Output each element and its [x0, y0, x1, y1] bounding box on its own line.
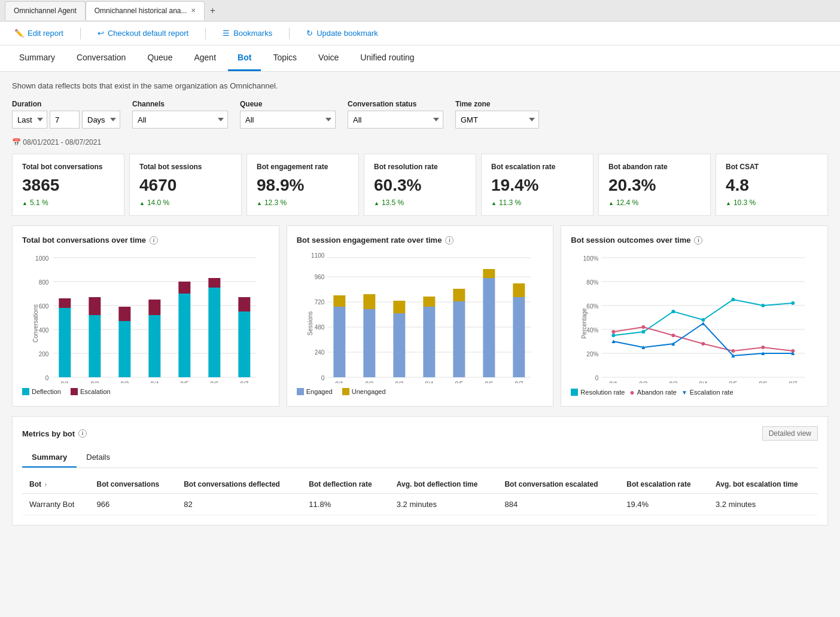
- chart-svg-area: 0 240 480 720 960 1100 Sessions: [297, 252, 544, 383]
- svg-text:600: 600: [39, 303, 49, 310]
- tab-summary[interactable]: Summary: [10, 45, 65, 71]
- svg-text:0: 0: [45, 375, 49, 381]
- kpi-total-bot-conversations: Total bot conversations 3865 5.1 %: [12, 154, 124, 216]
- checkout-report-button[interactable]: ↩ Checkout default report: [93, 26, 193, 40]
- legend-engaged: Engaged: [297, 388, 333, 395]
- svg-text:8/4: 8/4: [425, 381, 433, 383]
- tab-voice[interactable]: Voice: [309, 45, 348, 71]
- tab-label: Omnichannel Agent: [14, 7, 77, 15]
- tab-topics[interactable]: Topics: [263, 45, 306, 71]
- legend-unengaged: Unengaged: [342, 388, 386, 395]
- col-avg-deflection-time[interactable]: Avg. bot deflection time: [389, 475, 498, 494]
- tab-bot[interactable]: Bot: [228, 45, 261, 71]
- queue-select[interactable]: All: [240, 111, 336, 129]
- resolution-label: Resolution rate: [580, 389, 625, 396]
- timezone-select[interactable]: GMT: [455, 111, 539, 129]
- tab-agent[interactable]: Agent: [184, 45, 226, 71]
- col-escalation-rate[interactable]: Bot escalation rate: [619, 475, 708, 494]
- chart-title: Bot session engagement rate over time i: [297, 236, 544, 245]
- edit-report-button[interactable]: ✏️ Edit report: [10, 26, 68, 40]
- svg-text:8/4: 8/4: [699, 381, 708, 383]
- close-icon[interactable]: ✕: [191, 7, 196, 14]
- info-icon[interactable]: i: [150, 236, 158, 245]
- col-deflection-rate[interactable]: Bot deflection rate: [302, 475, 389, 494]
- tab-queue[interactable]: Queue: [138, 45, 182, 71]
- svg-text:8/5: 8/5: [729, 381, 738, 383]
- svg-rect-16: [89, 297, 101, 315]
- svg-text:8/6: 8/6: [210, 381, 218, 383]
- metrics-sub-tabs: Summary Details: [22, 448, 818, 468]
- svg-rect-14: [59, 298, 71, 308]
- svg-point-90: [612, 330, 616, 334]
- col-bot[interactable]: Bot ↑: [22, 475, 90, 494]
- svg-text:480: 480: [314, 324, 324, 331]
- tab-unified-routing[interactable]: Unified routing: [351, 45, 424, 71]
- chart-svg-area: 0 20% 40% 60% 80% 100% Percentage: [571, 252, 818, 383]
- svg-text:240: 240: [314, 349, 324, 356]
- svg-text:400: 400: [39, 327, 49, 334]
- conv-status-select[interactable]: All: [348, 111, 443, 129]
- kpi-value: 20.3%: [608, 176, 701, 195]
- kpi-change: 13.5 %: [374, 198, 466, 207]
- trend-up-icon: [726, 198, 731, 207]
- svg-rect-59: [483, 269, 495, 278]
- metrics-table: Bot ↑ Bot conversations Bot conversation…: [22, 475, 818, 515]
- svg-text:8/2: 8/2: [90, 381, 99, 383]
- channels-select[interactable]: All: [132, 111, 228, 129]
- svg-text:8/6: 8/6: [485, 381, 493, 383]
- kpi-bot-engagement-rate: Bot engagement rate 98.9% 12.3 %: [246, 154, 359, 216]
- deflection-color: [22, 388, 29, 395]
- bar-chart-svg: 0 200 400 600 800 1000 Conversations: [22, 252, 269, 383]
- svg-text:8/3: 8/3: [120, 381, 129, 383]
- info-icon[interactable]: i: [445, 236, 454, 245]
- svg-point-86: [702, 318, 705, 322]
- sub-tab-summary[interactable]: Summary: [22, 448, 77, 468]
- kpi-title: Bot CSAT: [726, 163, 818, 171]
- svg-rect-22: [178, 282, 190, 294]
- sub-tab-details[interactable]: Details: [77, 448, 120, 468]
- info-icon[interactable]: i: [78, 429, 87, 438]
- svg-point-94: [732, 349, 735, 353]
- duration-value-input[interactable]: [50, 111, 80, 129]
- svg-text:8/1: 8/1: [60, 381, 69, 383]
- svg-point-83: [612, 334, 616, 337]
- trend-up-icon: [22, 198, 28, 207]
- tab-omnichannel-historical[interactable]: Omnichannel historical ana... ✕: [86, 1, 205, 20]
- bookmarks-button[interactable]: ☰ Bookmarks: [218, 26, 277, 40]
- col-avg-escalation-time[interactable]: Avg. bot escalation time: [708, 475, 818, 494]
- cell-avg-escalation-time: 3.2 minutes: [708, 494, 818, 515]
- svg-point-89: [792, 301, 795, 305]
- update-icon: ↻: [306, 29, 313, 38]
- svg-text:60%: 60%: [587, 303, 599, 310]
- edit-report-label: Edit report: [28, 29, 63, 38]
- svg-point-88: [762, 304, 765, 307]
- tab-conversation[interactable]: Conversation: [67, 45, 136, 71]
- svg-rect-48: [333, 307, 345, 377]
- info-icon[interactable]: i: [694, 236, 702, 245]
- kpi-title: Bot engagement rate: [257, 163, 349, 171]
- svg-text:8/3: 8/3: [669, 381, 678, 383]
- tab-omnichannel-agent[interactable]: Omnichannel Agent: [5, 1, 86, 20]
- checkout-report-label: Checkout default report: [108, 29, 188, 38]
- toolbar-divider-3: [289, 28, 290, 39]
- deflection-label: Deflection: [32, 388, 61, 395]
- legend-escalation: Escalation: [71, 388, 111, 395]
- update-bookmark-button[interactable]: ↻ Update bookmark: [302, 26, 383, 40]
- duration-unit-select[interactable]: Days: [82, 111, 120, 129]
- kpi-value: 3865: [22, 176, 114, 195]
- col-deflected[interactable]: Bot conversations deflected: [176, 475, 302, 494]
- col-escalated[interactable]: Bot conversation escalated: [497, 475, 619, 494]
- add-tab-button[interactable]: +: [205, 2, 221, 19]
- cell-bot-name: Warranty Bot: [22, 494, 90, 515]
- col-conversations[interactable]: Bot conversations: [90, 475, 177, 494]
- bar-chart-2-svg: 0 240 480 720 960 1100 Sessions: [297, 252, 544, 383]
- svg-rect-55: [423, 297, 435, 307]
- kpi-value: 4670: [139, 176, 232, 195]
- svg-rect-58: [483, 278, 495, 377]
- svg-rect-13: [59, 308, 71, 377]
- conv-status-label: Conversation status: [348, 100, 443, 108]
- svg-rect-50: [363, 309, 375, 377]
- trend-up-icon: [491, 198, 497, 207]
- detailed-view-button[interactable]: Detailed view: [762, 426, 818, 441]
- duration-type-select[interactable]: Last: [12, 111, 47, 129]
